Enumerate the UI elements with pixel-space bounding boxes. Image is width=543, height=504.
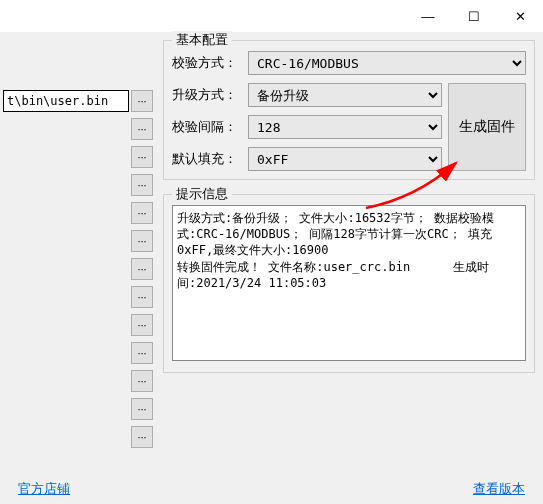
slot-button-1[interactable]: ···: [131, 118, 153, 140]
slot-button-8[interactable]: ···: [131, 314, 153, 336]
footer: 官方店铺 查看版本: [0, 480, 543, 498]
minimize-button[interactable]: —: [405, 0, 451, 32]
slot-button-2[interactable]: ···: [131, 146, 153, 168]
close-button[interactable]: ✕: [497, 0, 543, 32]
maximize-button[interactable]: ☐: [451, 0, 497, 32]
slot-button-4[interactable]: ···: [131, 202, 153, 224]
slot-button-6[interactable]: ···: [131, 258, 153, 280]
default-fill-select[interactable]: 0xFF: [248, 147, 442, 171]
generate-firmware-button[interactable]: 生成固件: [448, 83, 526, 171]
slot-button-5[interactable]: ···: [131, 230, 153, 252]
file-path-input[interactable]: [3, 90, 129, 112]
browse-button[interactable]: ···: [131, 90, 153, 112]
left-panel: ··· ··· ··· ··· ··· ··· ··· ··· ··· ··· …: [0, 32, 155, 472]
slot-button-11[interactable]: ···: [131, 398, 153, 420]
upgrade-mode-label: 升级方式：: [172, 86, 242, 104]
default-fill-label: 默认填充：: [172, 150, 242, 168]
log-textarea[interactable]: [172, 205, 526, 361]
slot-button-7[interactable]: ···: [131, 286, 153, 308]
basic-config-group: 基本配置 校验方式： CRC-16/MODBUS 升级方式： 备份升级 生成固件…: [163, 40, 535, 180]
basic-config-title: 基本配置: [172, 31, 232, 49]
slot-button-12[interactable]: ···: [131, 426, 153, 448]
check-interval-label: 校验间隔：: [172, 118, 242, 136]
upgrade-mode-select[interactable]: 备份升级: [248, 83, 442, 107]
shop-link[interactable]: 官方店铺: [18, 480, 70, 498]
log-title: 提示信息: [172, 185, 232, 203]
check-mode-select[interactable]: CRC-16/MODBUS: [248, 51, 526, 75]
slot-button-9[interactable]: ···: [131, 342, 153, 364]
check-interval-select[interactable]: 128: [248, 115, 442, 139]
window-titlebar: — ☐ ✕: [0, 0, 543, 32]
slot-button-3[interactable]: ···: [131, 174, 153, 196]
slot-button-10[interactable]: ···: [131, 370, 153, 392]
log-group: 提示信息: [163, 194, 535, 373]
check-mode-label: 校验方式：: [172, 54, 242, 72]
version-link[interactable]: 查看版本: [473, 480, 525, 498]
